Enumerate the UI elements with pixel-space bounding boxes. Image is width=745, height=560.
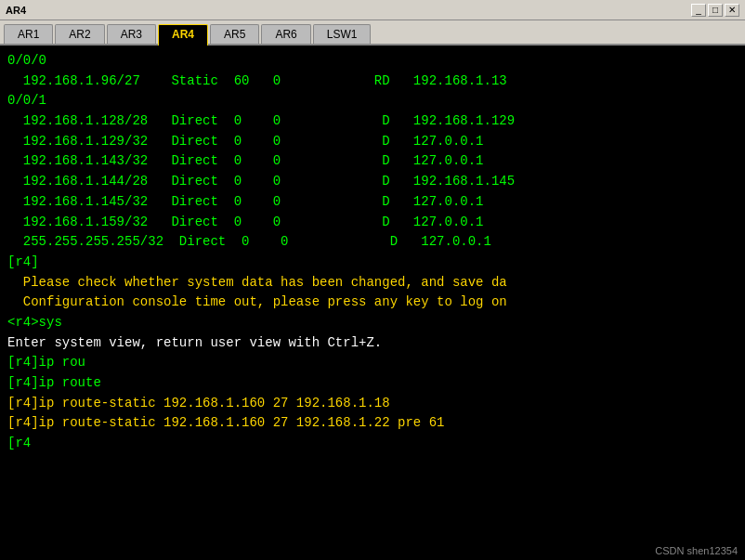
main-window: AR4 _ □ ✕ AR1AR2AR3AR4AR5AR6LSW1 0/0/0 1…	[0, 0, 745, 560]
terminal-line: [r4]ip route-static 192.168.1.160 27 192…	[7, 413, 738, 434]
terminal-line: 192.168.1.96/27 Static 60 0 RD 192.168.1…	[7, 72, 738, 92]
terminal-line: Please check whether system data has bee…	[7, 273, 738, 293]
minimize-button[interactable]: _	[691, 4, 706, 17]
maximize-button[interactable]: □	[708, 4, 723, 17]
terminal-line: [r4]ip rou	[7, 353, 738, 373]
terminal-line: Configuration console time out, please p…	[7, 293, 738, 313]
terminal-line: 192.168.1.143/32 Direct 0 0 D 127.0.0.1	[7, 151, 738, 172]
terminal-line: <r4>sys	[7, 313, 738, 333]
terminal-line: 192.168.1.129/32 Direct 0 0 D 127.0.0.1	[7, 132, 738, 152]
terminal-line: [r4]ip route-static 192.168.1.160 27 192…	[7, 394, 738, 414]
tab-bar: AR1AR2AR3AR4AR5AR6LSW1	[0, 20, 745, 46]
terminal-line: 192.168.1.159/32 Direct 0 0 D 127.0.0.1	[7, 213, 738, 233]
window-title: AR4	[6, 5, 691, 16]
terminal-line: Enter system view, return user view with…	[7, 333, 738, 354]
watermark: CSDN shen12354	[655, 545, 738, 556]
title-bar: AR4 _ □ ✕	[0, 0, 745, 20]
tab-lsw1[interactable]: LSW1	[313, 24, 372, 44]
tab-ar4[interactable]: AR4	[158, 24, 208, 46]
terminal-line: [r4	[7, 434, 738, 454]
terminal-line: 255.255.255.255/32 Direct 0 0 D 127.0.0.…	[7, 232, 738, 253]
close-button[interactable]: ✕	[725, 4, 739, 17]
terminal-line: 192.168.1.128/28 Direct 0 0 D 192.168.1.…	[7, 111, 738, 132]
terminal-line: 192.168.1.144/28 Direct 0 0 D 192.168.1.…	[7, 172, 738, 192]
terminal-line: 0/0/0	[7, 51, 738, 72]
terminal-output[interactable]: 0/0/0 192.168.1.96/27 Static 60 0 RD 192…	[0, 46, 745, 560]
window-controls: _ □ ✕	[691, 4, 739, 17]
terminal-line: 0/0/1	[7, 91, 738, 111]
tab-ar2[interactable]: AR2	[55, 24, 104, 44]
terminal-line: [r4]ip route	[7, 373, 738, 394]
tab-ar1[interactable]: AR1	[4, 24, 53, 44]
tab-ar3[interactable]: AR3	[107, 24, 156, 44]
terminal-line: [r4]	[7, 253, 738, 273]
tab-ar5[interactable]: AR5	[210, 24, 259, 44]
terminal-line: 192.168.1.145/32 Direct 0 0 D 127.0.0.1	[7, 192, 738, 213]
tab-ar6[interactable]: AR6	[261, 24, 310, 44]
